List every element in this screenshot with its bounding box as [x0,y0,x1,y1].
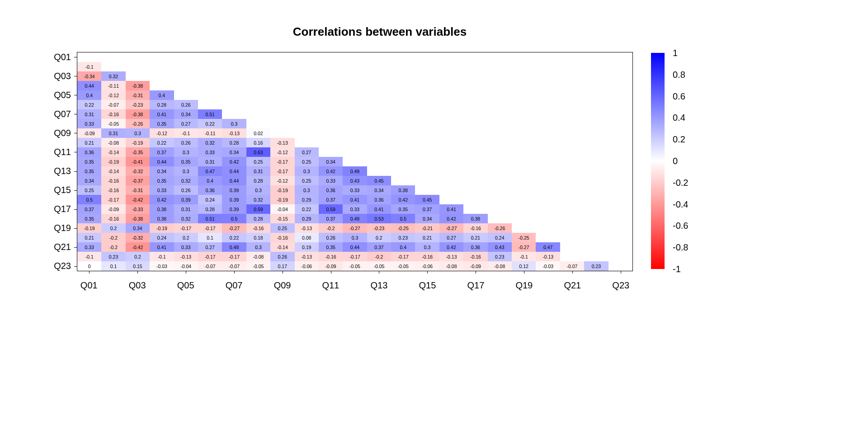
heatmap-cell [560,176,584,185]
x-axis-tick-label [246,273,270,300]
heatmap-cell [584,138,608,147]
heatmap-cell [609,204,632,214]
heatmap-cell: 0.41 [150,109,174,119]
heatmap-cell [174,62,198,71]
heatmap-cell: -0.19 [270,195,294,204]
heatmap-cell: 0.31 [174,204,198,214]
heatmap-cell: 0.3 [343,233,367,242]
heatmap-cell: -0.17 [270,166,294,176]
x-axis-tick-label: Q19 [512,273,536,300]
heatmap-cell: 0.5 [77,195,101,204]
x-axis-tick-label [343,273,367,300]
legend-tick-label: -1 [673,264,681,274]
heatmap-cell: 0.36 [198,185,222,195]
heatmap-cell [439,109,463,119]
heatmap-cell [415,90,439,100]
y-axis-tick-label: Q15 [0,185,75,195]
heatmap-cell: -0.17 [343,252,367,261]
heatmap-cell [463,90,487,100]
x-axis-tick-label [391,273,415,300]
heatmap-cell: -0.09 [77,128,101,138]
heatmap-cell [584,52,608,62]
heatmap-cell [367,71,391,81]
heatmap-cell [439,62,463,71]
heatmap-cell [584,233,608,242]
heatmap-cell: -0.1 [150,252,174,261]
heatmap-cell [222,100,246,109]
heatmap-cell [415,62,439,71]
x-axis-tick-label: Q05 [174,273,198,300]
heatmap-cell: 0.51 [198,214,222,223]
heatmap-cell [536,166,560,176]
heatmap-cell [222,52,246,62]
heatmap-cell [319,52,343,62]
heatmap-cell [463,157,487,166]
heatmap-cell: 0.39 [222,204,246,214]
heatmap-cell: -0.12 [270,176,294,185]
heatmap-cell [343,147,367,157]
heatmap-cell [463,204,487,214]
heatmap-cell: 0.5 [222,214,246,223]
heatmap-cell [488,138,512,147]
heatmap-cell [198,52,222,62]
heatmap-cell [488,62,512,71]
heatmap-cell: 0.35 [174,157,198,166]
y-axis-tick-label [0,62,75,71]
heatmap-cell: -0.17 [101,195,125,204]
heatmap-cell [488,100,512,109]
y-axis-tick-label [0,252,75,261]
heatmap-cell: 0.33 [77,119,101,128]
heatmap-cell [609,233,632,242]
heatmap-cell: -0.42 [126,242,150,252]
x-axis-tick [186,271,186,274]
heatmap-cell [101,52,125,62]
heatmap-cell [512,52,536,62]
heatmap-cell: -0.17 [270,157,294,166]
heatmap-cell [270,71,294,81]
heatmap-cell [560,119,584,128]
heatmap-cell [560,204,584,214]
heatmap-cell [609,166,632,176]
x-axis-tick-label [585,273,609,300]
heatmap-cell: 0.45 [367,176,391,185]
heatmap-cell: -0.03 [150,261,174,271]
heatmap-cell: 0.1 [198,233,222,242]
heatmap-cell: -0.33 [126,204,150,214]
heatmap-cell: 0.59 [246,204,270,214]
heatmap-cell: 0.42 [222,157,246,166]
heatmap-cell [150,71,174,81]
heatmap-cell [463,62,487,71]
heatmap-cell [536,185,560,195]
heatmap-cell [439,128,463,138]
heatmap-cell: 0.41 [367,204,391,214]
y-axis-tick [74,114,77,114]
heatmap-cell [488,166,512,176]
heatmap-cell [246,100,270,109]
heatmap-cell: 0.35 [150,176,174,185]
heatmap-cell: -0.07 [560,261,584,271]
y-axis-tick-label [0,195,75,204]
heatmap-cell [198,100,222,109]
heatmap-cell: 0.21 [463,233,487,242]
heatmap-cell [463,138,487,147]
heatmap-cell [246,71,270,81]
heatmap-cell [246,119,270,128]
heatmap-cell: 0.51 [198,109,222,119]
heatmap-cell [174,71,198,81]
heatmap-cell: 0.3 [174,147,198,157]
heatmap-cell: 0.37 [150,147,174,157]
x-axis-tick [379,271,379,274]
heatmap-cell: -0.05 [391,261,415,271]
heatmap-cell [609,62,632,71]
heatmap-cell: -0.25 [512,233,536,242]
heatmap-cell: 0.31 [246,166,270,176]
y-axis-labels: Q01Q03Q05Q07Q09Q11Q13Q15Q17Q19Q21Q23 [0,52,75,271]
heatmap-cell [609,214,632,223]
heatmap-cell [609,242,632,252]
heatmap-cell [512,147,536,157]
heatmap-cell [584,100,608,109]
heatmap-cell: 0.15 [126,261,150,271]
heatmap-cell [609,109,632,119]
legend-tick-label: -0.6 [673,221,688,231]
heatmap-cell: -0.13 [222,128,246,138]
